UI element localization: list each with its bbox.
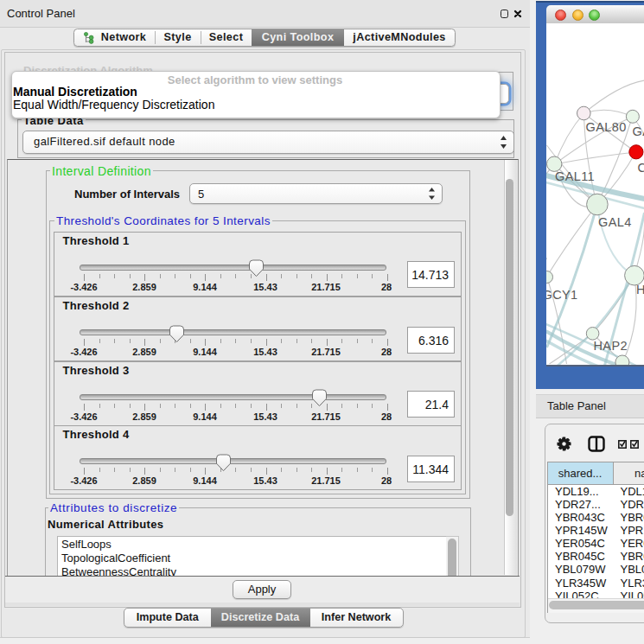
svg-text:GAL80: GAL80: [585, 120, 626, 134]
svg-text:GAL11: GAL11: [555, 169, 595, 183]
svg-text:H: H: [636, 283, 644, 296]
svg-text:GCY1: GCY1: [546, 288, 578, 302]
svg-text:GA: GA: [632, 124, 644, 138]
svg-text:C: C: [637, 161, 644, 175]
svg-text:GAL4: GAL4: [598, 215, 632, 229]
svg-text:HAP2: HAP2: [593, 339, 627, 353]
